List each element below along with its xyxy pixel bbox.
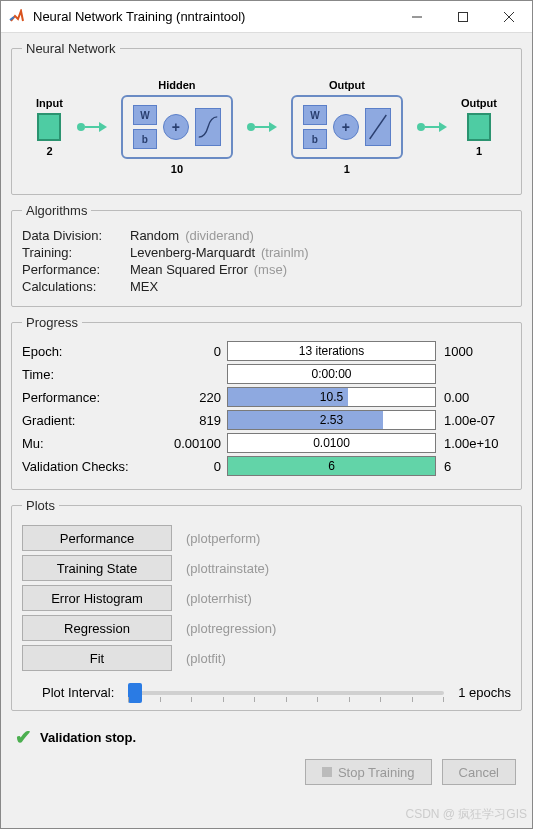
plot-interval-value: 1 epochs — [458, 685, 511, 700]
output-label: Output — [461, 97, 497, 109]
progress-bar: 0.0100 — [227, 433, 436, 453]
algo-value: Random — [130, 228, 179, 243]
output-layer-count: 1 — [344, 163, 350, 175]
b-box: b — [303, 129, 327, 149]
progress-bar: 10.5 — [227, 387, 436, 407]
plot-trainstate-button[interactable]: Training State — [22, 555, 172, 581]
output-block — [467, 113, 491, 141]
progress-start: 0.00100 — [172, 436, 227, 451]
algo-label: Training: — [22, 245, 130, 260]
progress-row-mu: Mu: 0.00100 0.0100 1.00e+10 — [22, 433, 511, 453]
plot-interval-slider[interactable] — [128, 691, 444, 695]
hidden-count: 10 — [171, 163, 183, 175]
algo-func: (dividerand) — [185, 228, 254, 243]
input-count: 2 — [46, 145, 52, 157]
algo-label: Performance: — [22, 262, 130, 277]
progress-row-validation: Validation Checks: 0 6 6 — [22, 456, 511, 476]
plot-func: (plotfit) — [186, 651, 226, 666]
progress-label: Time: — [22, 367, 172, 382]
output-layer: W b + — [291, 95, 403, 159]
progress-section: Progress Epoch: 0 13 iterations 1000 Tim… — [11, 315, 522, 490]
minimize-button[interactable] — [394, 1, 440, 33]
section-title: Algorithms — [22, 203, 91, 218]
progress-row-time: Time: 0:00:00 — [22, 364, 511, 384]
stop-training-button[interactable]: Stop Training — [305, 759, 432, 785]
section-title: Neural Network — [22, 41, 120, 56]
plot-func: (plottrainstate) — [186, 561, 269, 576]
algo-label: Data Division: — [22, 228, 130, 243]
output-layer-label: Output — [329, 79, 365, 91]
progress-end: 0.00 — [436, 390, 511, 405]
input-block — [37, 113, 61, 141]
progress-label: Gradient: — [22, 413, 172, 428]
close-button[interactable] — [486, 1, 532, 33]
plot-regression-button[interactable]: Regression — [22, 615, 172, 641]
algo-label: Calculations: — [22, 279, 130, 294]
algo-value: MEX — [130, 279, 158, 294]
plot-func: (ploterrhist) — [186, 591, 252, 606]
sum-node: + — [163, 114, 189, 140]
w-box: W — [133, 105, 157, 125]
output-count: 1 — [476, 145, 482, 157]
progress-row-gradient: Gradient: 819 2.53 1.00e-07 — [22, 410, 511, 430]
progress-end: 1.00e-07 — [436, 413, 511, 428]
progress-row-performance: Performance: 220 10.5 0.00 — [22, 387, 511, 407]
watermark: CSDN @ 疯狂学习GIS — [405, 806, 527, 823]
progress-bar: 0:00:00 — [227, 364, 436, 384]
progress-end: 6 — [436, 459, 511, 474]
algo-value: Levenberg-Marquardt — [130, 245, 255, 260]
purelin-icon — [365, 108, 391, 146]
progress-label: Epoch: — [22, 344, 172, 359]
svg-rect-1 — [459, 12, 468, 21]
progress-bar: 13 iterations — [227, 341, 436, 361]
plot-fit-button[interactable]: Fit — [22, 645, 172, 671]
progress-end: 1000 — [436, 344, 511, 359]
window-title: Neural Network Training (nntraintool) — [33, 9, 394, 24]
network-diagram: Input 2 Hidden W b + 10 — [22, 64, 511, 184]
progress-start: 819 — [172, 413, 227, 428]
progress-start: 220 — [172, 390, 227, 405]
plot-interval-label: Plot Interval: — [42, 685, 114, 700]
progress-start: 0 — [172, 459, 227, 474]
algo-func: (mse) — [254, 262, 287, 277]
plot-func: (plotregression) — [186, 621, 276, 636]
status-row: ✔ Validation stop. — [11, 719, 522, 759]
progress-end: 1.00e+10 — [436, 436, 511, 451]
progress-row-epoch: Epoch: 0 13 iterations 1000 — [22, 341, 511, 361]
neural-network-section: Neural Network Input 2 Hidden W b + — [11, 41, 522, 195]
sum-node: + — [333, 114, 359, 140]
maximize-button[interactable] — [440, 1, 486, 33]
plot-errhist-button[interactable]: Error Histogram — [22, 585, 172, 611]
progress-label: Performance: — [22, 390, 172, 405]
svg-line-4 — [370, 115, 387, 139]
algo-value: Mean Squared Error — [130, 262, 248, 277]
algorithms-section: Algorithms Data Division: Random (divide… — [11, 203, 522, 307]
section-title: Plots — [22, 498, 59, 513]
section-title: Progress — [22, 315, 82, 330]
titlebar: Neural Network Training (nntraintool) — [1, 1, 532, 33]
plots-section: Plots Performance (plotperform) Training… — [11, 498, 522, 711]
tansig-icon — [195, 108, 221, 146]
progress-start: 0 — [172, 344, 227, 359]
plot-func: (plotperform) — [186, 531, 260, 546]
progress-label: Validation Checks: — [22, 459, 172, 474]
progress-bar: 2.53 — [227, 410, 436, 430]
plot-performance-button[interactable]: Performance — [22, 525, 172, 551]
status-text: Validation stop. — [40, 730, 136, 745]
input-label: Input — [36, 97, 63, 109]
hidden-label: Hidden — [158, 79, 195, 91]
progress-label: Mu: — [22, 436, 172, 451]
hidden-layer: W b + — [121, 95, 233, 159]
stop-icon — [322, 767, 332, 777]
algo-func: (trainlm) — [261, 245, 309, 260]
progress-bar: 6 — [227, 456, 436, 476]
w-box: W — [303, 105, 327, 125]
check-icon: ✔ — [15, 725, 32, 749]
cancel-button[interactable]: Cancel — [442, 759, 516, 785]
b-box: b — [133, 129, 157, 149]
matlab-icon — [9, 9, 25, 25]
